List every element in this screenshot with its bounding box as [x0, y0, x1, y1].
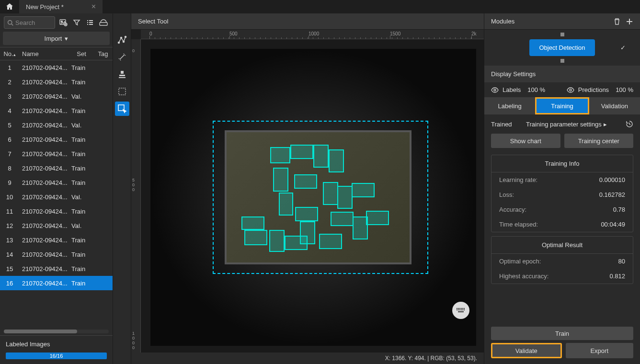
detection-bbox[interactable]	[241, 216, 264, 230]
svg-rect-19	[458, 308, 459, 309]
detection-bbox[interactable]	[269, 230, 285, 252]
detection-bbox[interactable]	[329, 149, 344, 172]
detection-bbox[interactable]	[319, 234, 342, 249]
detection-bbox[interactable]	[313, 145, 329, 168]
labeled-progress: 16/16	[6, 353, 107, 359]
polyline-tool[interactable]	[115, 33, 129, 47]
list-icon[interactable]	[85, 17, 95, 28]
svg-point-31	[494, 89, 496, 91]
stamp-tool[interactable]	[115, 67, 129, 81]
labels-pct: 100 %	[527, 86, 545, 93]
delete-icon[interactable]	[613, 18, 621, 25]
svg-rect-26	[459, 309, 460, 310]
filter-icon[interactable]	[71, 17, 82, 28]
table-row[interactable]: 12210702-09424...Val.	[0, 218, 113, 233]
marquee-tool[interactable]	[115, 84, 129, 99]
add-icon[interactable]	[626, 18, 633, 25]
tab-training[interactable]: Training	[535, 97, 589, 114]
table-row[interactable]: 14210702-09424...Train	[0, 247, 113, 262]
roi-box[interactable]	[213, 121, 428, 274]
detection-bbox[interactable]	[290, 145, 313, 159]
eye-icon[interactable]	[567, 87, 574, 93]
image-preview	[150, 49, 476, 346]
detection-bbox[interactable]	[295, 207, 318, 221]
validate-button[interactable]: Validate	[491, 343, 562, 358]
eye-icon[interactable]	[491, 87, 499, 93]
time-label: Time elapsed:	[499, 221, 538, 228]
loss-label: Loss:	[499, 191, 514, 198]
table-row[interactable]: 1210702-09424...Train	[0, 60, 113, 75]
table-row[interactable]: 2210702-09424...Train	[0, 75, 113, 89]
svg-rect-5	[89, 20, 93, 21]
table-row[interactable]: 13210702-09424...Train	[0, 233, 113, 247]
export-button[interactable]: Export	[566, 343, 634, 358]
detection-bbox[interactable]	[270, 147, 290, 163]
svg-rect-23	[464, 308, 465, 309]
detection-bbox[interactable]	[323, 182, 338, 205]
history-icon[interactable]	[626, 120, 633, 128]
table-row[interactable]: 10210702-09424...Val.	[0, 190, 113, 204]
import-button[interactable]: Import ▾	[3, 32, 110, 45]
col-set[interactable]: Set	[69, 50, 93, 57]
detection-bbox[interactable]	[273, 168, 288, 192]
chevron-right-icon: ▸	[604, 121, 607, 128]
epoch-label: Optimal epoch:	[499, 258, 541, 265]
col-tag[interactable]: Tag	[93, 50, 113, 57]
keyboard-icon[interactable]	[452, 302, 469, 319]
table-row[interactable]: 5210702-09424...Val.	[0, 118, 113, 132]
predictions-pct: 100 %	[616, 86, 633, 93]
table-row[interactable]: 4210702-09424...Train	[0, 103, 113, 118]
table-row[interactable]: 8210702-09424...Train	[0, 161, 113, 175]
image-settings-icon[interactable]	[58, 17, 69, 28]
magic-wand-tool[interactable]	[115, 50, 129, 64]
close-icon[interactable]: ×	[91, 2, 96, 11]
canvas[interactable]	[141, 39, 484, 353]
home-button[interactable]	[0, 0, 19, 13]
table-row[interactable]: 7210702-09424...Train	[0, 147, 113, 161]
lr-label: Learning rate:	[499, 176, 537, 183]
table-row[interactable]: 3210702-09424...Val.	[0, 89, 113, 103]
table-row[interactable]: 6210702-09424...Train	[0, 132, 113, 147]
detection-bbox[interactable]	[300, 221, 315, 244]
detection-bbox[interactable]	[244, 230, 267, 245]
camera-icon[interactable]	[98, 17, 109, 28]
svg-rect-18	[457, 308, 457, 309]
svg-rect-29	[464, 309, 465, 310]
rect-select-tool[interactable]	[115, 102, 129, 116]
training-param-settings[interactable]: Training parameter settings▸	[526, 121, 612, 128]
project-tab[interactable]: New Project * ×	[19, 0, 103, 13]
svg-rect-15	[119, 88, 126, 95]
detection-bbox[interactable]	[279, 193, 293, 216]
time-value: 00:04:49	[601, 221, 625, 228]
labels-label: Labels	[503, 86, 521, 93]
table-row[interactable]: 16210702-09424...Train	[0, 276, 113, 290]
module-object-detection[interactable]: Object Detection	[529, 39, 594, 56]
tab-labeling[interactable]: Labeling	[484, 97, 535, 114]
col-no[interactable]: No.▴	[0, 50, 19, 57]
table-row[interactable]: 15210702-09424...Train	[0, 262, 113, 276]
table-header: No.▴ Name Set Tag	[0, 47, 113, 60]
detection-bbox[interactable]	[352, 183, 375, 197]
optimal-title: Optimal Result	[491, 237, 633, 254]
svg-point-32	[570, 89, 571, 91]
table-row[interactable]: 9210702-09424...Train	[0, 175, 113, 190]
svg-rect-8	[87, 24, 88, 25]
labeled-images-title: Labeled Images	[6, 341, 107, 348]
training-center-button[interactable]: Training center	[564, 134, 634, 148]
detection-bbox[interactable]	[337, 186, 353, 209]
detection-bbox[interactable]	[331, 212, 354, 226]
right-panel: Modules Object Detection ✓ Display Setti…	[484, 13, 640, 364]
search-input[interactable]: Search	[4, 16, 55, 29]
svg-rect-27	[461, 309, 462, 310]
check-icon: ✓	[620, 44, 626, 51]
tab-validation[interactable]: Validation	[589, 97, 640, 114]
detection-bbox[interactable]	[366, 211, 389, 225]
tool-column	[113, 13, 131, 364]
train-button[interactable]: Train	[491, 327, 633, 340]
col-name[interactable]: Name	[19, 50, 69, 57]
detection-bbox[interactable]	[294, 174, 317, 189]
show-chart-button[interactable]: Show chart	[491, 134, 560, 148]
h-scrollbar[interactable]	[4, 330, 109, 333]
training-info-panel: Training Info Learning rate:0.000010 Los…	[491, 155, 633, 232]
table-row[interactable]: 11210702-09424...Train	[0, 204, 113, 218]
